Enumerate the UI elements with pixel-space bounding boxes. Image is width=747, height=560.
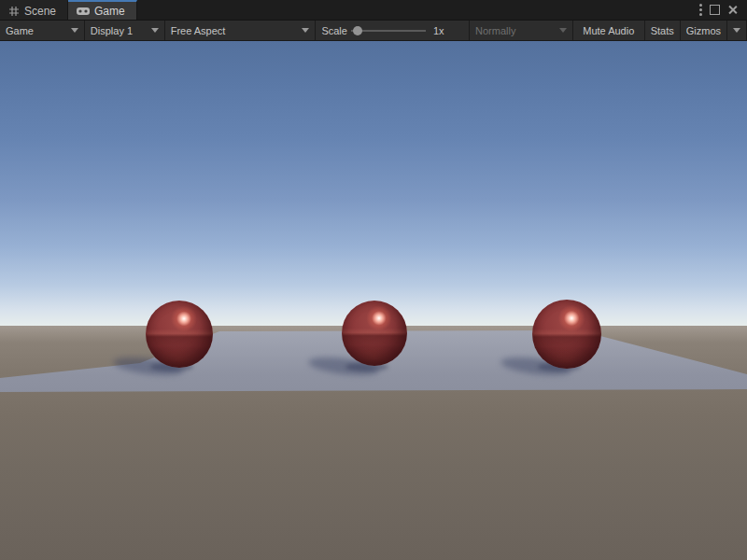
mute-audio-label: Mute Audio [583, 25, 634, 36]
display-label: Display 1 [91, 25, 146, 36]
grid-icon [8, 6, 20, 17]
stats-button[interactable]: Stats [645, 21, 681, 40]
tab-scene-label: Scene [24, 5, 56, 18]
play-focus-dropdown[interactable]: Normally [470, 21, 573, 40]
slider-knob[interactable] [353, 26, 362, 35]
slider-track [351, 30, 426, 32]
scale-slider[interactable] [351, 26, 426, 35]
chevron-down-icon [733, 28, 740, 33]
view-mode-label: Game [6, 25, 65, 36]
aspect-ratio-dropdown[interactable]: Free Aspect [165, 21, 317, 40]
view-mode-dropdown[interactable]: Game [0, 21, 85, 40]
chevron-down-icon [151, 28, 159, 33]
gizmos-label: Gizmos [686, 25, 721, 36]
divider [726, 21, 727, 40]
aspect-ratio-label: Free Aspect [171, 25, 297, 36]
play-focus-label: Normally [475, 25, 554, 36]
stats-label: Stats [651, 25, 674, 36]
chevron-down-icon [302, 28, 309, 33]
display-dropdown[interactable]: Display 1 [85, 21, 165, 40]
window-controls [699, 0, 747, 20]
scale-control: Scale 1x [316, 21, 470, 40]
game-view-toolbar: Game Display 1 Free Aspect Scale 1x Norm… [0, 21, 747, 41]
chevron-down-icon [71, 28, 78, 33]
close-icon[interactable] [727, 5, 738, 15]
red-sphere [342, 301, 407, 366]
kebab-menu-icon[interactable] [699, 4, 702, 16]
chevron-down-icon [559, 28, 567, 33]
game-viewport[interactable] [0, 41, 747, 560]
tabbar-spacer [137, 0, 699, 20]
red-sphere [532, 300, 601, 369]
skybox [0, 41, 747, 328]
tab-game-label: Game [94, 5, 125, 18]
tab-scene[interactable]: Scene [0, 0, 68, 20]
gizmos-dropdown[interactable]: Gizmos [681, 21, 747, 40]
tab-game[interactable]: Game [68, 0, 137, 20]
scale-label: Scale [321, 25, 347, 36]
red-sphere [146, 301, 213, 368]
scale-value: 1x [433, 25, 444, 36]
gamepad-icon [77, 7, 90, 16]
unity-game-view-window: Scene Game Game Display 1 Free Aspe [0, 0, 747, 560]
tab-bar: Scene Game [0, 0, 747, 21]
maximize-icon[interactable] [710, 5, 720, 15]
mute-audio-button[interactable]: Mute Audio [573, 21, 645, 40]
